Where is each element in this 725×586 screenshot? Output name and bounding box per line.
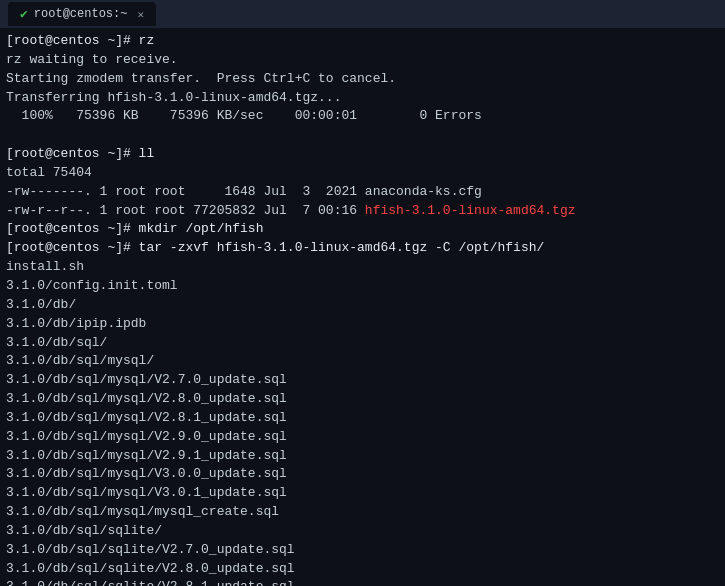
line-5: 100% 75396 KB 75396 KB/sec 00:00:01 0 Er… bbox=[6, 107, 719, 126]
terminal-body: [root@centos ~]# rz rz waiting to receiv… bbox=[0, 28, 725, 586]
line-13: install.sh bbox=[6, 258, 719, 277]
tab-check-icon: ✔ bbox=[20, 6, 28, 22]
title-bar: ✔ root@centos:~ ✕ bbox=[0, 0, 725, 28]
line-17: 3.1.0/db/sql/ bbox=[6, 334, 719, 353]
line-27: 3.1.0/db/sql/sqlite/ bbox=[6, 522, 719, 541]
line-8: total 75404 bbox=[6, 164, 719, 183]
line-12: [root@centos ~]# tar -zxvf hfish-3.1.0-l… bbox=[6, 239, 719, 258]
line-23: 3.1.0/db/sql/mysql/V2.9.1_update.sql bbox=[6, 447, 719, 466]
line-6 bbox=[6, 126, 719, 145]
line-14: 3.1.0/config.init.toml bbox=[6, 277, 719, 296]
line-22: 3.1.0/db/sql/mysql/V2.9.0_update.sql bbox=[6, 428, 719, 447]
line-18: 3.1.0/db/sql/mysql/ bbox=[6, 352, 719, 371]
line-25: 3.1.0/db/sql/mysql/V3.0.1_update.sql bbox=[6, 484, 719, 503]
line-2: rz waiting to receive. bbox=[6, 51, 719, 70]
line-15: 3.1.0/db/ bbox=[6, 296, 719, 315]
line-9: -rw-------. 1 root root 1648 Jul 3 2021 … bbox=[6, 183, 719, 202]
line-1: [root@centos ~]# rz bbox=[6, 32, 719, 51]
line-7: [root@centos ~]# ll bbox=[6, 145, 719, 164]
line-21: 3.1.0/db/sql/mysql/V2.8.1_update.sql bbox=[6, 409, 719, 428]
line-4: Transferring hfish-3.1.0-linux-amd64.tgz… bbox=[6, 89, 719, 108]
line-11: [root@centos ~]# mkdir /opt/hfish bbox=[6, 220, 719, 239]
line-26: 3.1.0/db/sql/mysql/mysql_create.sql bbox=[6, 503, 719, 522]
line-30: 3.1.0/db/sql/sqlite/V2.8.1_update.sql bbox=[6, 578, 719, 586]
tab-title: root@centos:~ bbox=[34, 7, 128, 21]
line-3: Starting zmodem transfer. Press Ctrl+C t… bbox=[6, 70, 719, 89]
line-24: 3.1.0/db/sql/mysql/V3.0.0_update.sql bbox=[6, 465, 719, 484]
line-28: 3.1.0/db/sql/sqlite/V2.7.0_update.sql bbox=[6, 541, 719, 560]
line-20: 3.1.0/db/sql/mysql/V2.8.0_update.sql bbox=[6, 390, 719, 409]
line-16: 3.1.0/db/ipip.ipdb bbox=[6, 315, 719, 334]
tab-close-button[interactable]: ✕ bbox=[137, 8, 144, 21]
terminal-window: ✔ root@centos:~ ✕ [root@centos ~]# rz rz… bbox=[0, 0, 725, 586]
terminal-tab[interactable]: ✔ root@centos:~ ✕ bbox=[8, 2, 156, 26]
line-29: 3.1.0/db/sql/sqlite/V2.8.0_update.sql bbox=[6, 560, 719, 579]
line-10: -rw-r--r--. 1 root root 77205832 Jul 7 0… bbox=[6, 202, 719, 221]
line-19: 3.1.0/db/sql/mysql/V2.7.0_update.sql bbox=[6, 371, 719, 390]
